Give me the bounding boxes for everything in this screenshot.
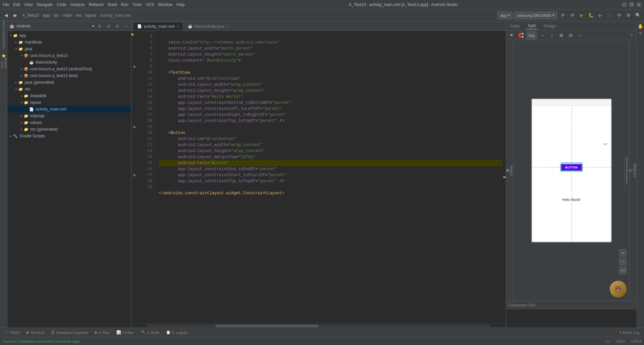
sidebar-build-icon[interactable]: Build Variants <box>0 60 7 66</box>
project-add-button[interactable]: ⊕ <box>96 23 103 29</box>
breadcrumb-file[interactable]: activity_main.xml <box>100 13 131 18</box>
menu-analyze[interactable]: Analyze <box>70 2 85 7</box>
breadcrumb-root[interactable]: A_Test13 <box>22 13 39 18</box>
tree-item-java[interactable]: ▾ 📁 java <box>7 46 131 52</box>
sync-button[interactable]: ⟳ <box>559 11 567 19</box>
device-selector-button[interactable]: samsung SM-G9550 ▾ <box>514 11 557 19</box>
breadcrumb-main[interactable]: main <box>63 13 72 18</box>
settings-button[interactable]: ⚙ <box>625 11 633 19</box>
bottom-tab-todo[interactable]: ✓ TODO <box>1 328 23 337</box>
menu-navigate[interactable]: Navigate <box>37 2 53 7</box>
tree-item-java-gen[interactable]: ▸ 📁 java (generated) <box>7 79 131 86</box>
sidebar-structure-icon[interactable]: Structure <box>0 38 7 44</box>
tree-item-package-main[interactable]: ▾ 📦 com.hnucm.a_test13 <box>7 52 131 59</box>
status-line-ending[interactable]: CRLF <box>616 339 626 343</box>
menu-tools[interactable]: Tools <box>132 2 142 7</box>
bottom-tab-run[interactable]: ▶ 4: Run <box>92 328 113 337</box>
minimize-button[interactable]: — <box>622 2 627 7</box>
tab-split[interactable]: Split <box>526 23 538 29</box>
design-magnet-button[interactable]: 🧲 <box>517 31 525 40</box>
design-orient2-button[interactable]: ↕ <box>548 31 556 40</box>
tree-item-manifests[interactable]: ▸ 📁 manifests <box>7 39 131 46</box>
design-add-vert-button[interactable]: ⊞ <box>557 31 565 40</box>
forward-button[interactable]: ▶ <box>11 11 19 19</box>
breadcrumb-app[interactable]: app <box>43 13 50 18</box>
code-content[interactable]: xmlns:tools="http://schemas.android.com/… <box>155 31 502 324</box>
tree-item-android-test[interactable]: ▸ 📦 com.hnucm.a_test13 (androidTest) <box>7 66 131 72</box>
tab-close-1[interactable]: ✕ <box>176 24 179 28</box>
tree-item-res[interactable]: ▾ 📁 res <box>7 86 131 92</box>
design-help-button[interactable]: ? <box>627 31 635 40</box>
tab-activity-main[interactable]: 📄 activity_main.xml ✕ <box>133 22 183 30</box>
android-dropdown-arrow[interactable]: ▾ <box>92 24 94 28</box>
menu-file[interactable]: File <box>3 2 9 7</box>
menu-run[interactable]: Run <box>121 2 128 7</box>
tree-item-test[interactable]: ▸ 📦 com.hnucm.a_test13 (test) <box>7 72 131 79</box>
menu-refactor[interactable]: Refactor <box>89 2 104 7</box>
attributes-help-icon[interactable]: ? <box>630 166 633 175</box>
tree-item-values[interactable]: ▸ 📁 values <box>7 119 131 126</box>
menu-view[interactable]: View <box>24 2 33 7</box>
menu-code[interactable]: Code <box>57 2 66 7</box>
menu-help[interactable]: Help <box>176 2 185 7</box>
menu-bar[interactable]: File Edit View Navigate Code Analyze Ref… <box>3 2 185 7</box>
run-button[interactable]: ▶ <box>578 11 586 19</box>
tab-close-2[interactable]: ✕ <box>226 24 229 28</box>
tree-item-mipmap[interactable]: ▸ 📁 mipmap <box>7 113 131 119</box>
breadcrumb-layout[interactable]: layout <box>86 13 96 18</box>
project-settings-button[interactable]: ⚙ <box>114 23 120 29</box>
maximize-button[interactable]: ❐ <box>629 2 634 7</box>
search-button[interactable]: 🔍 <box>634 11 642 19</box>
tree-item-res-gen[interactable]: ▸ 📁 res (generated) <box>7 126 131 133</box>
device-file-explorer-label[interactable]: Device File Explorer <box>624 156 629 186</box>
preview-area[interactable]: 197 BUTTON Hello World! + − 1:1 <box>514 40 629 301</box>
button-widget[interactable]: BUTTON <box>560 164 582 171</box>
menu-build[interactable]: Build <box>108 2 117 7</box>
right-sidebar-settings-icon[interactable]: ⚙ <box>637 29 644 36</box>
menu-vcs[interactable]: VCS <box>146 2 154 7</box>
tree-item-gradle[interactable]: ▸ 🔧 Gradle Scripts <box>7 133 131 139</box>
status-encoding[interactable]: UTF-8 <box>631 339 641 343</box>
window-controls[interactable]: — ❐ ✕ <box>622 2 641 7</box>
zoom-ratio-button[interactable]: 1:1 <box>619 267 627 274</box>
debug-button[interactable]: 🐛 <box>587 11 595 19</box>
run-config-button[interactable]: app ▾ <box>497 11 513 19</box>
sync2-button[interactable]: ⟳ <box>568 11 576 19</box>
bottom-tab-event-log[interactable]: ℹ Event Log <box>616 328 643 337</box>
design-orient1-button[interactable]: ↔ <box>538 31 546 40</box>
palette-settings-icon[interactable]: ⚙ <box>506 166 509 175</box>
profile-button[interactable]: ▶ <box>596 11 604 19</box>
tree-item-activity-main[interactable]: ▸ 📄 activity_main.xml <box>7 106 131 113</box>
sidebar-project-icon[interactable]: 1:Project <box>0 23 7 29</box>
menu-window[interactable]: Window <box>158 2 172 7</box>
tab-design[interactable]: Design <box>542 23 558 29</box>
design-dp-button[interactable]: 0dp <box>526 31 537 40</box>
zoom-in-button[interactable]: + <box>619 249 627 257</box>
tab-code[interactable]: Code <box>508 23 522 29</box>
bottom-tab-database[interactable]: 🗄 Database Inspector <box>48 328 91 337</box>
bottom-tab-profiler[interactable]: 📊 Profiler <box>113 328 138 337</box>
breadcrumb-src[interactable]: src <box>54 13 59 18</box>
design-eye-button[interactable]: 👁 <box>507 31 516 40</box>
menu-edit[interactable]: Edit <box>13 2 20 7</box>
design-align-button[interactable]: ↑↓ <box>576 31 584 40</box>
attributes-label[interactable]: Attributes <box>633 162 637 179</box>
back-button[interactable]: ◀ <box>2 11 10 19</box>
status-line-col[interactable]: 1:1 <box>605 339 610 343</box>
right-sidebar-hand-icon[interactable]: ✋ <box>637 23 644 29</box>
project-collapse-button[interactable]: — <box>122 23 129 29</box>
project-sync-button[interactable]: ⇄ <box>105 23 112 29</box>
sync3-button[interactable]: ⟳ <box>615 11 623 19</box>
bottom-tab-logcat[interactable]: 📋 6: Logcat <box>163 328 191 337</box>
tree-item-mainactivity[interactable]: ▸ ☕ MainActivity <box>7 59 131 66</box>
bottom-tab-build[interactable]: 🔨 5: Build <box>138 328 163 337</box>
bottom-tab-terminal[interactable]: ▶ Terminal <box>23 328 48 337</box>
close-button[interactable]: ✕ <box>637 2 641 7</box>
tab-main-activity[interactable]: ☕ MainActivity.java ✕ <box>183 22 233 30</box>
breadcrumb-res[interactable]: res <box>76 13 82 18</box>
design-remove-vert-button[interactable]: ⊟ <box>567 31 575 40</box>
tree-item-layout[interactable]: ▾ 📁 layout <box>7 99 131 106</box>
zoom-out-button[interactable]: − <box>619 258 627 265</box>
tree-item-drawable[interactable]: ▸ 📁 drawable <box>7 92 131 99</box>
tree-item-app[interactable]: ▾ 📁 app <box>7 32 131 39</box>
